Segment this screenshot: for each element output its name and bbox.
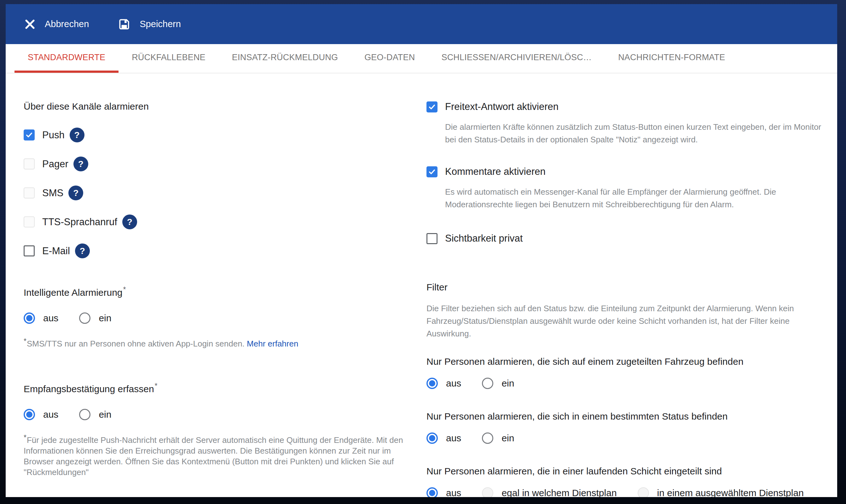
pager-help-icon[interactable]: ? — [73, 157, 88, 172]
save-button[interactable]: Speichern — [117, 17, 181, 31]
filter-shift-selected-plan-radio[interactable] — [638, 487, 649, 497]
sms-checkbox-label[interactable]: SMS — [42, 187, 63, 199]
tts-checkbox-label[interactable]: TTS-Sprachanruf — [42, 216, 117, 228]
freitext-checkbox-label[interactable]: Freitext-Antwort aktivieren — [445, 101, 559, 112]
pager-checkbox-label[interactable]: Pager — [42, 159, 68, 170]
email-checkbox-label[interactable]: E-Mail — [42, 246, 70, 257]
intelligent-alarm-heading: Intelligente Alarmierung* — [24, 287, 426, 298]
filter-heading: Filter — [426, 282, 823, 293]
channels-heading: Über diese Kanäle alarmieren — [24, 101, 426, 112]
mehr-erfahren-link[interactable]: Mehr erfahren — [247, 339, 298, 348]
intelligent-ein-radio[interactable] — [79, 312, 90, 324]
comments-row: Kommentare aktivieren — [426, 166, 823, 177]
receipt-ein-label[interactable]: ein — [99, 409, 111, 420]
filter-vehicle-ein-label[interactable]: ein — [501, 378, 514, 389]
intelligent-alarm-heading-text: Intelligente Alarmierung — [24, 287, 123, 298]
receipt-radio-group: aus ein — [24, 409, 426, 420]
channel-row-tts: TTS-Sprachanruf ? — [24, 215, 426, 229]
sms-help-icon[interactable]: ? — [68, 185, 83, 200]
intelligent-footnote: *SMS/TTS nur an Personen ohne aktiven Ap… — [24, 338, 403, 349]
tab-geo-daten[interactable]: GEO-DATEN — [351, 44, 428, 73]
receipt-footnote-text: Für jede zugestellte Push-Nachricht erhä… — [24, 435, 403, 477]
tab-bar: STANDARDWERTE RÜCKFALLEBENE EINSATZ-RÜCK… — [6, 44, 837, 73]
footnote-asterisk: * — [24, 337, 27, 345]
comments-description: Es wird automatisch ein Messenger-Kanal … — [445, 185, 823, 211]
receipt-heading-text: Empfangsbestätigung erfassen — [24, 384, 154, 394]
close-icon — [24, 18, 36, 31]
visibility-checkbox-label[interactable]: Sichtbarkeit privat — [445, 233, 523, 244]
pager-checkbox[interactable] — [24, 159, 35, 169]
push-checkbox-label[interactable]: Push — [42, 129, 65, 141]
filter-status-aus-radio[interactable] — [426, 432, 438, 444]
receipt-aus-radio[interactable] — [24, 409, 35, 420]
channel-row-push: Push ? — [24, 128, 426, 142]
channel-row-sms: SMS ? — [24, 185, 426, 200]
freitext-row: Freitext-Antwort aktivieren — [426, 101, 823, 112]
receipt-ein-radio[interactable] — [79, 409, 90, 420]
visibility-row: Sichtbarkeit privat — [426, 233, 823, 244]
sms-checkbox[interactable] — [24, 187, 35, 198]
cancel-button-label: Abbrechen — [45, 19, 89, 29]
alarm-settings-window: Abbrechen Speichern STANDARDWERTE RÜCKFA… — [6, 4, 837, 497]
intelligent-footnote-text: SMS/TTS nur an Personen ohne aktiven App… — [27, 339, 245, 348]
tab-nachrichten-formate[interactable]: NACHRICHTEN-FORMATE — [605, 44, 738, 73]
push-checkbox[interactable] — [24, 129, 35, 141]
filter-status-radio-group: aus ein — [426, 432, 823, 444]
filter-shift-radio-group: aus egal in welchem Dienstplan in einem … — [426, 487, 823, 497]
filter-status-ein-radio[interactable] — [482, 432, 493, 444]
left-column: Über diese Kanäle alarmieren Push ? Page… — [6, 73, 426, 497]
filter-status-aus-label[interactable]: aus — [446, 433, 461, 444]
channel-row-pager: Pager ? — [24, 157, 426, 172]
settings-content: Über diese Kanäle alarmieren Push ? Page… — [6, 73, 837, 497]
filter-vehicle-question: Nur Personen alarmieren, die sich auf ei… — [426, 356, 823, 367]
filter-shift-any-plan-radio[interactable] — [482, 487, 493, 497]
email-help-icon[interactable]: ? — [75, 244, 90, 258]
freitext-description: Die alarmierten Kräfte können zusätzlich… — [445, 121, 823, 146]
email-checkbox[interactable] — [24, 246, 35, 256]
receipt-footnote: *Für jede zugestellte Push-Nachricht erh… — [24, 435, 403, 478]
save-icon — [117, 17, 131, 31]
tab-standardwerte[interactable]: STANDARDWERTE — [15, 44, 119, 73]
intelligent-aus-radio[interactable] — [24, 312, 35, 324]
filter-shift-question: Nur Personen alarmieren, die in einer la… — [426, 466, 823, 476]
footnote-asterisk: * — [24, 433, 27, 442]
tab-rueckfallebene[interactable]: RÜCKFALLEBENE — [119, 44, 219, 73]
right-column: Freitext-Antwort aktivieren Die alarmier… — [426, 73, 837, 497]
filter-status-ein-label[interactable]: ein — [501, 433, 514, 444]
visibility-checkbox[interactable] — [426, 233, 438, 244]
cancel-button[interactable]: Abbrechen — [24, 18, 89, 31]
intelligent-aus-label[interactable]: aus — [43, 313, 58, 324]
filter-shift-any-plan-label[interactable]: egal in welchem Dienstplan — [501, 488, 617, 497]
save-button-label: Speichern — [140, 19, 181, 29]
toolbar: Abbrechen Speichern — [6, 4, 837, 44]
intelligent-alarm-radio-group: aus ein — [24, 312, 426, 324]
receipt-asterisk: * — [155, 382, 158, 390]
filter-vehicle-aus-label[interactable]: aus — [446, 378, 461, 389]
filter-shift-aus-label[interactable]: aus — [446, 488, 461, 497]
channel-row-email: E-Mail ? — [24, 244, 426, 258]
freitext-checkbox[interactable] — [426, 102, 438, 112]
filter-description: Die Filter beziehen sich auf den Status … — [426, 302, 816, 340]
tab-schliessen-archivieren-loeschen[interactable]: SCHLIESSEN/ARCHIVIEREN/LÖSC… — [428, 44, 605, 73]
comments-checkbox-label[interactable]: Kommentare aktivieren — [445, 166, 546, 177]
filter-vehicle-aus-radio[interactable] — [426, 378, 438, 389]
push-help-icon[interactable]: ? — [70, 128, 85, 142]
intelligent-alarm-asterisk: * — [123, 285, 126, 293]
filter-shift-aus-radio[interactable] — [426, 487, 438, 497]
tts-help-icon[interactable]: ? — [122, 215, 137, 229]
filter-vehicle-ein-radio[interactable] — [482, 378, 493, 389]
comments-checkbox[interactable] — [426, 166, 438, 177]
tab-einsatz-rueckmeldung[interactable]: EINSATZ-RÜCKMELDUNG — [219, 44, 351, 73]
tts-checkbox[interactable] — [24, 216, 35, 228]
filter-status-question: Nur Personen alarmieren, die sich in ein… — [426, 411, 823, 422]
filter-shift-selected-plan-label[interactable]: in einem ausgewähltem Dienstplan — [657, 488, 804, 497]
filter-vehicle-radio-group: aus ein — [426, 378, 823, 389]
receipt-heading: Empfangsbestätigung erfassen* — [24, 384, 426, 394]
receipt-aus-label[interactable]: aus — [43, 409, 58, 420]
intelligent-ein-label[interactable]: ein — [99, 313, 111, 324]
